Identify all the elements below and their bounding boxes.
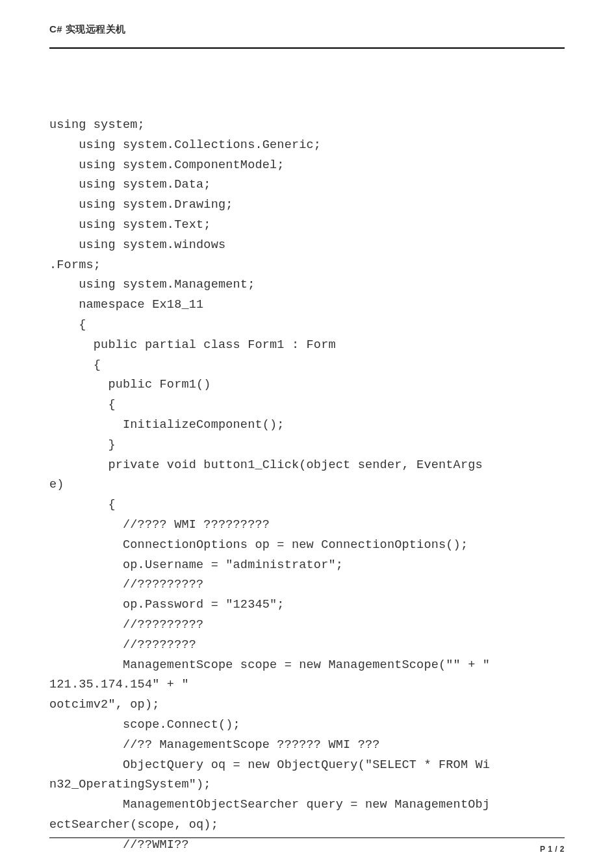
document-title: C# 实现远程关机: [49, 23, 565, 36]
document-header: C# 实现远程关机: [49, 23, 565, 49]
page-number: P 1 / 2: [540, 845, 565, 854]
footer-divider: [49, 837, 565, 838]
code-content: using system; using system.Collections.G…: [49, 116, 565, 855]
header-divider: [49, 47, 565, 49]
